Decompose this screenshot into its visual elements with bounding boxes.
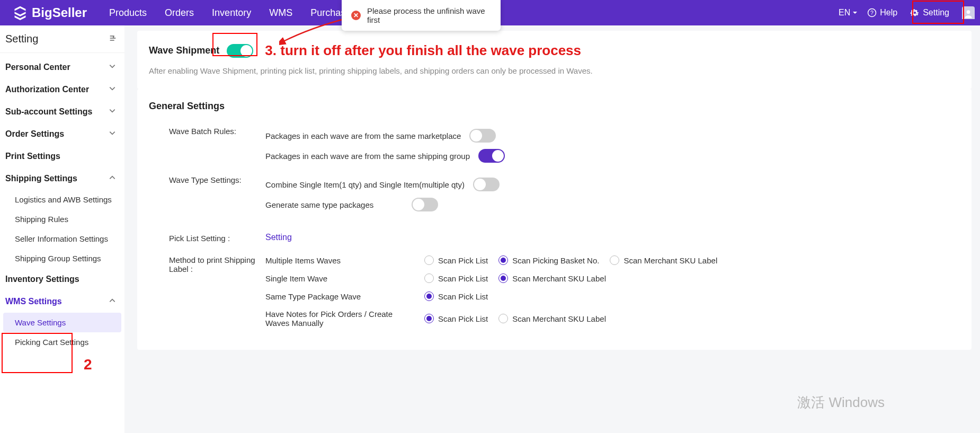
svg-point-2 <box>967 10 970 14</box>
brand-name: BigSeller <box>32 5 87 20</box>
toggle[interactable] <box>478 149 505 163</box>
help-label: Help <box>880 8 897 17</box>
sidebar-category[interactable]: Sub-account Settings <box>0 101 124 123</box>
method-row-label: Have Notes for Pick Orders / Create Wave… <box>265 310 403 328</box>
main: Wave Shipment 3. turn it off after you f… <box>124 25 980 433</box>
sidebar-category[interactable]: Personal Center <box>0 56 124 78</box>
nav-item[interactable]: Products <box>109 7 147 19</box>
radio-dot-icon <box>498 255 508 265</box>
wave-shipment-panel: Wave Shipment 3. turn it off after you f… <box>137 31 972 89</box>
radio-dot-icon <box>424 314 434 323</box>
help-icon: ? <box>867 8 877 17</box>
radio-option[interactable]: Scan Picking Basket No. <box>498 255 599 265</box>
radio-dot-icon <box>498 273 508 283</box>
radio-option[interactable]: Scan Pick List <box>424 273 488 283</box>
sidebar-item[interactable]: Seller Information Settings <box>0 229 124 249</box>
language-switch[interactable]: EN <box>839 8 858 17</box>
method-row-label: Multiple Items Waves <box>265 256 403 265</box>
method-label: Method to print Shipping Label : <box>149 251 265 273</box>
chevron-down-icon <box>109 107 116 117</box>
brand-logo[interactable]: BigSeller <box>13 5 87 20</box>
topbar-right: EN ? Help Setting <box>839 6 975 19</box>
radio-option[interactable]: Scan Merchant SKU Label <box>610 255 717 265</box>
sidebar-item[interactable]: Logistics and AWB Settings <box>0 190 124 209</box>
wave-shipment-label: Wave Shipment <box>149 45 219 56</box>
sidebar-title: Setting <box>5 33 38 45</box>
sidebar-category[interactable]: Authorization Center <box>0 78 124 101</box>
chevron-down-icon <box>852 10 858 15</box>
avatar[interactable] <box>962 6 975 19</box>
radio-dot-icon <box>424 255 434 265</box>
chevron-up-icon <box>109 297 116 306</box>
chevron-down-icon <box>109 129 116 139</box>
setting-link[interactable]: Setting <box>907 7 952 19</box>
svg-text:?: ? <box>870 10 874 16</box>
sidebar-item[interactable]: Shipping Group Settings <box>0 249 124 268</box>
sidebar-category[interactable]: Print Settings <box>0 145 124 167</box>
general-settings-title: General Settings <box>149 101 960 112</box>
toggle[interactable] <box>473 178 500 191</box>
error-icon: ✕ <box>351 11 361 20</box>
annotation-2: 2 <box>84 356 92 373</box>
radio-dot-icon <box>610 255 619 265</box>
sidebar-item[interactable]: Picking Cart Settings <box>0 332 124 352</box>
sidebar: Setting Personal CenterAuthorization Cen… <box>0 25 124 433</box>
toggle[interactable] <box>469 129 496 143</box>
language-label: EN <box>839 8 850 17</box>
pick-list-setting-link[interactable]: Setting <box>265 233 292 242</box>
chevron-down-icon <box>109 63 116 72</box>
watermark: 激活 Windows <box>797 393 885 412</box>
general-settings-panel: General Settings Wave Batch Rules: Packa… <box>137 89 972 350</box>
radio-dot-icon <box>424 291 434 301</box>
option-text: Generate same type packages <box>265 200 403 209</box>
nav-item[interactable]: WMS <box>269 7 292 19</box>
option-text: Combine Single Item(1 qty) and Single It… <box>265 180 465 189</box>
help-link[interactable]: ? Help <box>867 8 897 17</box>
collapse-icon[interactable] <box>109 33 117 45</box>
chevron-down-icon <box>109 85 116 94</box>
sidebar-category[interactable]: WMS Settings <box>0 290 124 313</box>
sidebar-item[interactable]: Shipping Rules <box>0 209 124 229</box>
method-row-label: Single Item Wave <box>265 274 403 283</box>
wave-batch-label: Wave Batch Rules: <box>149 126 265 136</box>
pick-list-label: Pick List Setting : <box>149 233 265 243</box>
option-text: Packages in each wave are from the same … <box>265 152 470 161</box>
toast: ✕ Please process the unfinish wave first <box>342 0 501 31</box>
toast-text: Please process the unfinish wave first <box>367 6 491 24</box>
option-text: Packages in each wave are from the same … <box>265 131 461 140</box>
sidebar-category[interactable]: Shipping Settings <box>0 167 124 190</box>
toggle[interactable] <box>412 198 438 211</box>
radio-option[interactable]: Scan Merchant SKU Label <box>498 273 606 283</box>
sidebar-list: Personal CenterAuthorization CenterSub-a… <box>0 53 124 352</box>
radio-option[interactable]: Scan Pick List <box>424 291 488 301</box>
wave-shipment-toggle[interactable] <box>227 44 253 58</box>
nav-item[interactable]: Orders <box>165 7 194 19</box>
nav-item[interactable]: Inventory <box>212 7 251 19</box>
sidebar-item[interactable]: Wave Settings <box>3 313 121 332</box>
user-icon <box>963 8 974 19</box>
radio-option[interactable]: Scan Pick List <box>424 255 488 265</box>
method-row-label: Same Type Package Wave <box>265 292 403 301</box>
sidebar-category[interactable]: Inventory Settings <box>0 268 124 290</box>
wave-shipment-desc: After enabling Wave Shipment, printing p… <box>149 66 960 75</box>
wave-type-label: Wave Type Settings: <box>149 174 265 184</box>
sidebar-category[interactable]: Order Settings <box>0 123 124 145</box>
annotation-3: 3. turn it off after you finish all the … <box>265 42 581 59</box>
gear-icon <box>910 8 920 17</box>
setting-label: Setting <box>923 8 949 17</box>
radio-option[interactable]: Scan Pick List <box>424 314 488 323</box>
radio-option[interactable]: Scan Merchant SKU Label <box>498 314 606 323</box>
sidebar-header: Setting <box>0 25 124 53</box>
radio-dot-icon <box>424 273 434 283</box>
radio-dot-icon <box>498 314 508 323</box>
logo-icon <box>13 5 28 20</box>
chevron-up-icon <box>109 174 116 183</box>
watermark-text: 激活 Windows <box>797 393 885 412</box>
